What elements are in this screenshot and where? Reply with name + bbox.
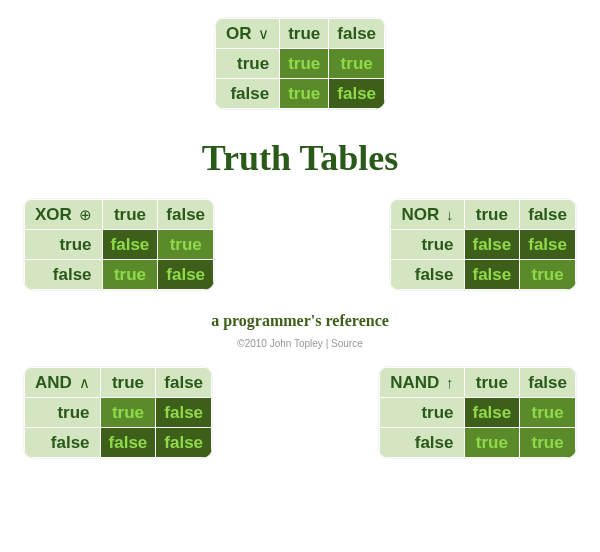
op-label-nor: NOR ↓ [391,200,464,230]
col-header-true: true [100,368,156,398]
cell-xor-tf: true [158,230,214,260]
row-header-true: true [25,398,101,428]
row-header-false: false [25,260,103,290]
row-header-true: true [380,398,464,428]
cell-or-ff: false [329,79,385,109]
row-header-true: true [25,230,103,260]
col-header-false: false [520,368,576,398]
cell-or-ft: true [280,79,329,109]
cell-or-tf: true [329,49,385,79]
credit-line: ©2010 John Topley | Source [0,338,600,349]
page-title: Truth Tables [0,137,600,179]
op-symbol-xor: ⊕ [77,206,92,223]
cell-nor-tt: false [464,230,520,260]
row-header-true: true [215,49,279,79]
middle-row: XOR ⊕ true false true false true false t… [0,199,600,290]
col-header-false: false [329,19,385,49]
truth-table-nand: NAND ↑ true false true false true false … [379,367,576,458]
cell-and-tf: false [156,398,212,428]
op-symbol-nor: ↓ [444,206,454,223]
col-header-true: true [280,19,329,49]
col-header-false: false [156,368,212,398]
cell-and-ft: false [100,428,156,458]
col-header-false: false [158,200,214,230]
top-row: OR ∨ true false true true true false tru… [0,18,600,113]
truth-table-xor: XOR ⊕ true false true false true false t… [24,199,214,290]
row-header-false: false [391,260,464,290]
row-header-false: false [215,79,279,109]
op-symbol-or: ∨ [256,25,269,42]
col-header-true: true [464,368,520,398]
cell-xor-tt: false [102,230,158,260]
subtitle: a programmer's reference [0,312,600,330]
cell-nand-tt: false [464,398,520,428]
cell-xor-ft: true [102,260,158,290]
cell-and-ff: false [156,428,212,458]
cell-nand-ft: true [464,428,520,458]
bottom-row: AND ∧ true false true true false false f… [0,367,600,458]
op-symbol-and: ∧ [77,374,90,391]
row-header-false: false [380,428,464,458]
op-symbol-nand: ↑ [444,374,454,391]
cell-nor-ff: true [520,260,576,290]
cell-and-tt: true [100,398,156,428]
col-header-true: true [102,200,158,230]
cell-nor-ft: false [464,260,520,290]
col-header-false: false [520,200,576,230]
cell-nand-ff: true [520,428,576,458]
truth-table-and: AND ∧ true false true true false false f… [24,367,212,458]
row-header-true: true [391,230,464,260]
row-header-false: false [25,428,101,458]
op-label-xor: XOR ⊕ [25,200,103,230]
cell-xor-ff: false [158,260,214,290]
cell-or-tt: true [280,49,329,79]
op-label-and: AND ∧ [25,368,101,398]
op-label-nand: NAND ↑ [380,368,464,398]
col-header-true: true [464,200,520,230]
cell-nor-tf: false [520,230,576,260]
truth-table-or: OR ∨ true false true true true false tru… [215,18,385,109]
truth-table-nor: NOR ↓ true false true false false false … [390,199,576,290]
op-label-or: OR ∨ [215,19,279,49]
cell-nand-tf: true [520,398,576,428]
